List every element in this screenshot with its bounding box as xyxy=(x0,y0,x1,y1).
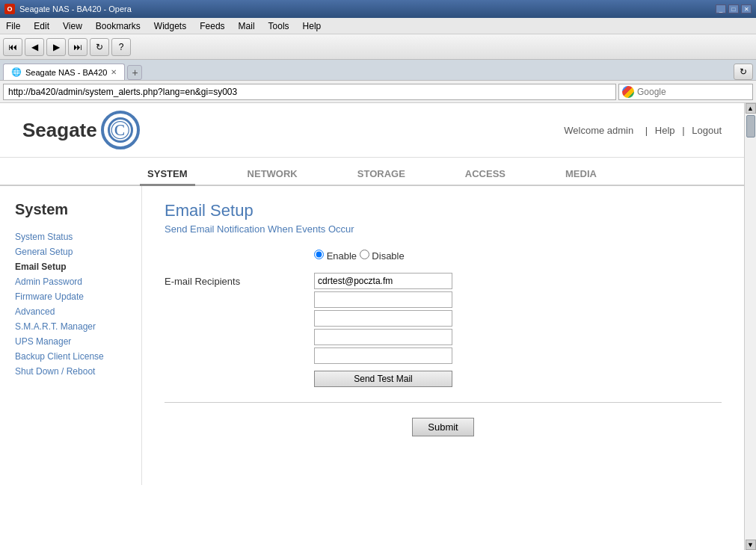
address-input[interactable] xyxy=(3,84,616,100)
disable-radio-label[interactable]: Disable xyxy=(360,250,405,262)
menu-widgets[interactable]: Widgets xyxy=(151,19,189,33)
google-icon xyxy=(622,86,634,98)
fast-forward-button[interactable]: ⏭ xyxy=(68,38,87,56)
separator-1: | xyxy=(645,125,651,136)
enable-disable-row: Enable Disable xyxy=(314,250,722,262)
search-input[interactable] xyxy=(637,87,749,97)
address-bar-row xyxy=(0,81,756,103)
window-controls: _ □ ✕ xyxy=(716,4,752,13)
scrollbar[interactable]: ▲ ▼ xyxy=(744,103,756,550)
close-button[interactable]: ✕ xyxy=(741,4,752,13)
nav-system[interactable]: SYSTEM xyxy=(140,164,194,186)
sidebar-item-advanced[interactable]: Advanced xyxy=(15,304,141,319)
email-input-2[interactable] xyxy=(314,291,452,308)
menu-edit[interactable]: Edit xyxy=(31,19,52,33)
scroll-thumb[interactable] xyxy=(746,115,755,138)
email-recipients-row: E-mail Recipients Send Test Mail xyxy=(165,273,722,387)
header-links: Welcome admin | Help | Logout xyxy=(559,125,722,136)
enable-radio[interactable] xyxy=(314,250,324,259)
page-title: Email Setup xyxy=(165,201,722,220)
scroll-up-arrow[interactable]: ▲ xyxy=(746,103,756,114)
browser-toolbar: ⏮ ◀ ▶ ⏭ ↻ ? xyxy=(0,34,756,60)
logout-link[interactable]: Logout xyxy=(692,125,722,136)
sidebar-item-system-status[interactable]: System Status xyxy=(15,229,141,244)
submit-button[interactable]: Submit xyxy=(412,418,473,436)
logo-c-icon: © xyxy=(110,114,130,146)
tab-label: Seagate NAS - BA420 xyxy=(25,68,107,77)
email-inputs-group: Send Test Mail xyxy=(314,273,452,387)
page-subtitle: Send Email Notification When Events Occu… xyxy=(165,223,722,235)
nav-network[interactable]: NETWORK xyxy=(240,164,305,186)
email-input-3[interactable] xyxy=(314,310,452,327)
tab-reload-button[interactable]: ↻ xyxy=(734,64,753,80)
back-button[interactable]: ◀ xyxy=(25,38,44,56)
sidebar-item-general-setup[interactable]: General Setup xyxy=(15,244,141,259)
menu-file[interactable]: File xyxy=(3,19,23,33)
disable-radio[interactable] xyxy=(360,250,369,259)
submit-row: Submit xyxy=(165,418,722,436)
main-content: Email Setup Send Email Notification When… xyxy=(142,186,744,485)
tab-close-button[interactable]: ✕ xyxy=(111,68,117,76)
sidebar-item-shut-down[interactable]: Shut Down / Reboot xyxy=(15,364,141,379)
window-title: Seagate NAS - BA420 - Opera xyxy=(19,4,711,13)
nav-access[interactable]: ACCESS xyxy=(458,164,513,186)
sidebar-item-backup-client[interactable]: Backup Client License xyxy=(15,349,141,364)
recipients-label: E-mail Recipients xyxy=(165,273,314,287)
main-nav: SYSTEM NETWORK STORAGE ACCESS MEDIA xyxy=(0,158,744,186)
sidebar-title: System xyxy=(15,201,141,218)
reload-button[interactable]: ↻ xyxy=(90,38,109,56)
browser-titlebar: O Seagate NAS - BA420 - Opera _ □ ✕ xyxy=(0,0,756,18)
site-header: Seagate © Welcome admin | Help | Logout xyxy=(0,103,744,158)
browser-menubar: File Edit View Bookmarks Widgets Feeds M… xyxy=(0,18,756,34)
page-content: Seagate © Welcome admin | Help | Logout … xyxy=(0,103,744,550)
sidebar: System System Status General Setup Email… xyxy=(0,186,142,485)
menu-bookmarks[interactable]: Bookmarks xyxy=(93,19,144,33)
sidebar-item-email-setup: Email Setup xyxy=(15,259,141,274)
minimize-button[interactable]: _ xyxy=(716,4,726,13)
menu-mail[interactable]: Mail xyxy=(236,19,258,33)
nav-storage[interactable]: STORAGE xyxy=(350,164,413,186)
email-input-1[interactable] xyxy=(314,273,452,289)
help-link[interactable]: Help xyxy=(655,125,675,136)
scroll-track[interactable] xyxy=(746,114,756,540)
page-wrapper: Seagate © Welcome admin | Help | Logout … xyxy=(0,103,756,550)
email-input-5[interactable] xyxy=(314,347,452,364)
menu-help[interactable]: Help xyxy=(300,19,325,33)
sidebar-item-firmware-update[interactable]: Firmware Update xyxy=(15,289,141,304)
menu-tools[interactable]: Tools xyxy=(265,19,292,33)
form-divider xyxy=(165,402,722,403)
menu-view[interactable]: View xyxy=(60,19,85,33)
logo-circle-icon: © xyxy=(101,111,140,149)
tab-favicon: 🌐 xyxy=(11,67,22,77)
tab-bar: 🌐 Seagate NAS - BA420 ✕ + ↻ xyxy=(0,60,756,81)
forward-button[interactable]: ▶ xyxy=(46,38,66,56)
main-layout: System System Status General Setup Email… xyxy=(0,186,744,485)
browser-icon: O xyxy=(4,4,15,14)
sidebar-item-ups-manager[interactable]: UPS Manager xyxy=(15,334,141,349)
separator-2: | xyxy=(682,125,687,136)
help-nav-button[interactable]: ? xyxy=(111,38,131,56)
email-input-4[interactable] xyxy=(314,329,452,345)
sidebar-item-smart-manager[interactable]: S.M.A.R.T. Manager xyxy=(15,319,141,334)
nav-media[interactable]: MEDIA xyxy=(558,164,604,186)
logo-text: Seagate xyxy=(22,119,97,142)
browser-tab-active[interactable]: 🌐 Seagate NAS - BA420 ✕ xyxy=(3,64,125,80)
welcome-text: Welcome admin xyxy=(564,125,633,136)
maximize-button[interactable]: □ xyxy=(728,4,739,13)
scroll-down-arrow[interactable]: ▼ xyxy=(746,540,756,550)
enable-radio-label[interactable]: Enable xyxy=(314,250,360,262)
fast-back-button[interactable]: ⏮ xyxy=(3,38,22,56)
seagate-logo: Seagate © xyxy=(22,111,140,149)
send-test-mail-button[interactable]: Send Test Mail xyxy=(314,371,452,387)
menu-feeds[interactable]: Feeds xyxy=(197,19,227,33)
new-tab-button[interactable]: + xyxy=(127,65,142,80)
sidebar-item-admin-password[interactable]: Admin Password xyxy=(15,274,141,289)
